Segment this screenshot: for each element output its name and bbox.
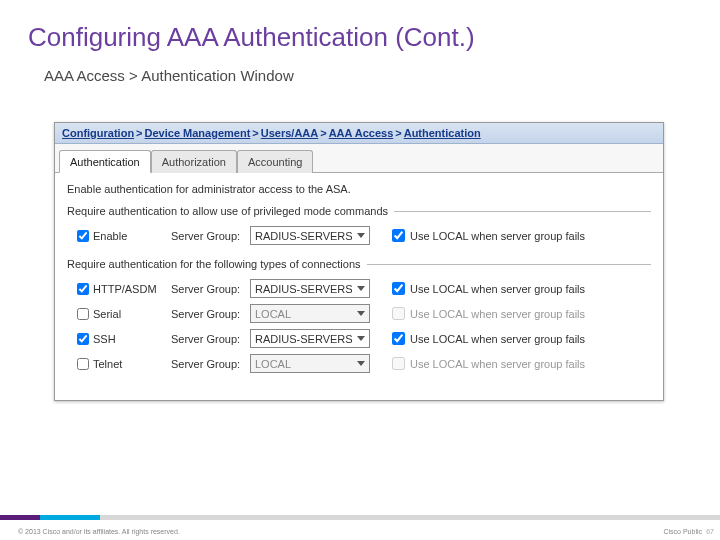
server-group-select[interactable]: LOCAL (250, 304, 370, 323)
use-local-label: Use LOCAL when server group fails (410, 308, 585, 320)
panel-description: Enable authentication for administrator … (67, 183, 651, 195)
slide-title: Configuring AAA Authentication (Cont.) (0, 0, 720, 53)
footer-accent-bar (0, 515, 720, 520)
tab-authorization[interactable]: Authorization (151, 150, 237, 173)
fieldset-legend-text: Require authentication for the following… (67, 258, 361, 270)
telnet-check-cell[interactable]: Telnet (77, 358, 167, 370)
http-label: HTTP/ASDM (93, 283, 157, 295)
use-local-checkbox[interactable] (392, 229, 405, 242)
enable-check-cell[interactable]: Enable (77, 230, 167, 242)
auth-row-http: HTTP/ASDM Server Group: RADIUS-SERVERS U… (67, 276, 651, 301)
server-group-value: LOCAL (255, 358, 291, 370)
use-local-label: Use LOCAL when server group fails (410, 230, 585, 242)
chevron-down-icon (357, 311, 365, 316)
divider-line (367, 264, 651, 265)
chevron-down-icon (357, 336, 365, 341)
tab-accounting[interactable]: Accounting (237, 150, 313, 173)
accent-seg-purple (0, 515, 40, 520)
tab-strip: Authentication Authorization Accounting (55, 144, 663, 173)
serial-label: Serial (93, 308, 121, 320)
auth-row-serial: Serial Server Group: LOCAL Use LOCAL whe… (67, 301, 651, 326)
use-local-checkbox[interactable] (392, 282, 405, 295)
accent-seg-blue (40, 515, 100, 520)
server-group-label: Server Group: (171, 283, 246, 295)
use-local-label: Use LOCAL when server group fails (410, 283, 585, 295)
breadcrumb: Configuration>Device Management>Users/AA… (55, 123, 663, 144)
tab-body: Enable authentication for administrator … (55, 172, 663, 400)
breadcrumb-sep: > (393, 127, 403, 139)
breadcrumb-sep: > (250, 127, 260, 139)
slide-subtitle: AAA Access > Authentication Window (0, 53, 720, 84)
server-group-label: Server Group: (171, 308, 246, 320)
server-group-select[interactable]: RADIUS-SERVERS (250, 226, 370, 245)
server-group-label: Server Group: (171, 230, 246, 242)
tab-authentication[interactable]: Authentication (59, 150, 151, 173)
auth-row-enable: Enable Server Group: RADIUS-SERVERS Use … (67, 223, 651, 248)
server-group-label: Server Group: (171, 358, 246, 370)
accent-seg-grey (100, 515, 720, 520)
server-group-select[interactable]: RADIUS-SERVERS (250, 279, 370, 298)
server-group-value: RADIUS-SERVERS (255, 283, 353, 295)
breadcrumb-item[interactable]: Authentication (404, 127, 481, 139)
breadcrumb-item[interactable]: AAA Access (329, 127, 394, 139)
http-check-cell[interactable]: HTTP/ASDM (77, 283, 167, 295)
use-local-label: Use LOCAL when server group fails (410, 333, 585, 345)
fieldset-legend: Require authentication for the following… (67, 258, 651, 270)
breadcrumb-item[interactable]: Configuration (62, 127, 134, 139)
enable-checkbox[interactable] (77, 230, 89, 242)
slide-footer: © 2013 Cisco and/or its affiliates. All … (0, 508, 720, 540)
chevron-down-icon (357, 233, 365, 238)
server-group-label: Server Group: (171, 333, 246, 345)
use-local-cell: Use LOCAL when server group fails (386, 357, 651, 370)
divider-line (394, 211, 651, 212)
server-group-value: RADIUS-SERVERS (255, 230, 353, 242)
footer-page-number: 67 (706, 528, 714, 535)
ssh-checkbox[interactable] (77, 333, 89, 345)
server-group-select[interactable]: RADIUS-SERVERS (250, 329, 370, 348)
auth-row-ssh: SSH Server Group: RADIUS-SERVERS Use LOC… (67, 326, 651, 351)
serial-check-cell[interactable]: Serial (77, 308, 167, 320)
chevron-down-icon (357, 286, 365, 291)
fieldset-legend: Require authentication to allow use of p… (67, 205, 651, 217)
ssh-label: SSH (93, 333, 116, 345)
auth-row-telnet: Telnet Server Group: LOCAL Use LOCAL whe… (67, 351, 651, 376)
http-checkbox[interactable] (77, 283, 89, 295)
use-local-checkbox[interactable] (392, 332, 405, 345)
telnet-checkbox[interactable] (77, 358, 89, 370)
breadcrumb-sep: > (318, 127, 328, 139)
footer-right-text: Cisco Public (663, 528, 702, 535)
use-local-cell[interactable]: Use LOCAL when server group fails (386, 282, 651, 295)
fieldset-privileged: Require authentication to allow use of p… (67, 205, 651, 248)
ssh-check-cell[interactable]: SSH (77, 333, 167, 345)
breadcrumb-item[interactable]: Device Management (145, 127, 251, 139)
server-group-select[interactable]: LOCAL (250, 354, 370, 373)
chevron-down-icon (357, 361, 365, 366)
fieldset-connections: Require authentication for the following… (67, 258, 651, 376)
use-local-checkbox (392, 307, 405, 320)
server-group-value: LOCAL (255, 308, 291, 320)
footer-copyright: © 2013 Cisco and/or its affiliates. All … (18, 528, 180, 535)
use-local-cell[interactable]: Use LOCAL when server group fails (386, 332, 651, 345)
config-panel: Configuration>Device Management>Users/AA… (54, 122, 664, 401)
use-local-checkbox (392, 357, 405, 370)
use-local-label: Use LOCAL when server group fails (410, 358, 585, 370)
use-local-cell[interactable]: Use LOCAL when server group fails (386, 229, 651, 242)
use-local-cell: Use LOCAL when server group fails (386, 307, 651, 320)
telnet-label: Telnet (93, 358, 122, 370)
enable-label: Enable (93, 230, 127, 242)
serial-checkbox[interactable] (77, 308, 89, 320)
fieldset-legend-text: Require authentication to allow use of p… (67, 205, 388, 217)
server-group-value: RADIUS-SERVERS (255, 333, 353, 345)
breadcrumb-item[interactable]: Users/AAA (261, 127, 318, 139)
breadcrumb-sep: > (134, 127, 144, 139)
